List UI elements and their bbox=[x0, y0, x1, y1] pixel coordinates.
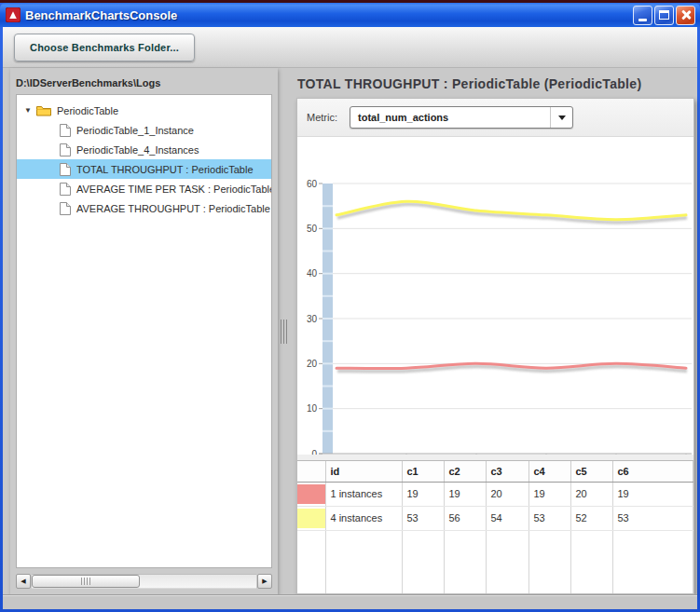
benchmarks-tree: ▼PeriodicTablePeriodicTable_1_InstancePe… bbox=[16, 94, 272, 568]
table-header-row: idc1c2c3c4c5c6 bbox=[297, 461, 693, 482]
scrollbar-thumb[interactable] bbox=[32, 575, 140, 588]
document-icon bbox=[60, 202, 71, 215]
series-color-swatch bbox=[297, 482, 325, 506]
scroll-right-button[interactable]: ▶ bbox=[257, 574, 272, 589]
tree-item-label: PeriodicTable_1_Instance bbox=[76, 125, 194, 136]
metric-row: Metric: total_num_actions bbox=[297, 99, 693, 136]
tree-item-label: PeriodicTable bbox=[57, 105, 118, 116]
series-value-cell: 19 bbox=[444, 482, 486, 506]
table-column-header[interactable] bbox=[297, 461, 325, 482]
series-id-cell: 4 instances bbox=[325, 506, 402, 530]
table-column-header[interactable]: c3 bbox=[486, 461, 528, 482]
series-table-area: idc1c2c3c4c5c61 instances1919201920194 i… bbox=[297, 460, 693, 593]
table-column-header[interactable]: id bbox=[325, 461, 402, 482]
series-value-cell: 54 bbox=[486, 506, 528, 530]
tree-item[interactable]: ▼PeriodicTable bbox=[17, 101, 271, 120]
benchmarks-tree-panel: D:\IDServerBenchmarks\Logs ▼PeriodicTabl… bbox=[10, 68, 278, 594]
maximize-button[interactable] bbox=[654, 6, 674, 25]
table-column-header[interactable]: c5 bbox=[570, 461, 612, 482]
document-icon bbox=[60, 183, 71, 196]
y-axis-label: 40 bbox=[307, 268, 318, 279]
logs-path-label: D:\IDServerBenchmarks\Logs bbox=[10, 68, 278, 94]
scrollbar-grip-icon bbox=[81, 578, 90, 585]
y-axis-label: 10 bbox=[307, 403, 318, 414]
metric-dropdown[interactable]: total_num_actions bbox=[350, 106, 573, 129]
series-value-cell: 53 bbox=[528, 506, 570, 530]
table-column-header[interactable]: c4 bbox=[528, 461, 570, 482]
document-icon bbox=[60, 163, 71, 176]
app-body: Choose Benchmarks Folder... D:\IDServerB… bbox=[3, 27, 697, 609]
panel-splitter[interactable] bbox=[278, 68, 292, 594]
throughput-chart-svg: 0102030405060 bbox=[297, 137, 692, 455]
tree-item-label: AVERAGE THROUGHPUT : PeriodicTable bbox=[76, 203, 270, 214]
tree-item[interactable]: AVERAGE THROUGHPUT : PeriodicTable bbox=[17, 198, 271, 218]
app-window: BenchmarkChartsConsole Choose Benchmarks… bbox=[0, 0, 700, 612]
tree-item[interactable]: AVERAGE TIME PER TASK : PeriodicTable bbox=[17, 179, 271, 198]
tree-item-selected[interactable]: TOTAL THROUGHPUT : PeriodicTable bbox=[17, 159, 271, 179]
series-data-table: idc1c2c3c4c5c61 instances1919201920194 i… bbox=[297, 461, 693, 593]
table-column-header[interactable]: c2 bbox=[444, 461, 486, 482]
chart-title: TOTAL THROUGHPUT : PeriodicTable (Period… bbox=[296, 68, 694, 98]
table-filler-row bbox=[297, 530, 693, 593]
close-button[interactable] bbox=[676, 6, 695, 25]
scrollbar-track[interactable] bbox=[32, 574, 256, 589]
y-axis-label: 20 bbox=[307, 359, 318, 369]
window-title: BenchmarkChartsConsole bbox=[25, 8, 633, 22]
status-strip bbox=[3, 594, 697, 609]
series-value-cell: 52 bbox=[570, 506, 612, 530]
folder-icon bbox=[36, 104, 51, 116]
y-axis-label: 60 bbox=[307, 179, 318, 189]
series-value-cell: 53 bbox=[612, 506, 693, 530]
chart-card: Metric: total_num_actions 0102030405060 … bbox=[296, 98, 694, 594]
tree-item-label: TOTAL THROUGHPUT : PeriodicTable bbox=[76, 164, 254, 175]
tree-item[interactable]: PeriodicTable_1_Instance bbox=[17, 120, 271, 140]
scroll-left-button[interactable]: ◀ bbox=[16, 574, 31, 589]
chevron-down-icon bbox=[558, 116, 566, 120]
splitter-grip-icon bbox=[281, 320, 289, 344]
document-icon bbox=[60, 143, 71, 156]
series-value-cell: 56 bbox=[444, 506, 486, 530]
table-column-header[interactable]: c6 bbox=[612, 461, 693, 482]
series-value-cell: 20 bbox=[486, 482, 528, 506]
series-value-cell: 20 bbox=[570, 482, 612, 506]
expand-arrow-icon[interactable]: ▼ bbox=[24, 106, 36, 115]
y-axis-label: 50 bbox=[307, 224, 318, 234]
series-value-cell: 19 bbox=[402, 482, 444, 506]
series-value-cell: 19 bbox=[528, 482, 570, 506]
table-row[interactable]: 1 instances191920192019 bbox=[297, 482, 693, 506]
choose-benchmarks-folder-button[interactable]: Choose Benchmarks Folder... bbox=[14, 34, 195, 61]
metric-label: Metric: bbox=[307, 112, 337, 123]
minimize-button[interactable] bbox=[633, 6, 652, 25]
series-value-cell: 53 bbox=[402, 506, 444, 530]
document-icon bbox=[60, 124, 71, 137]
tree-item[interactable]: PeriodicTable_4_Instances bbox=[17, 140, 271, 159]
horizontal-scrollbar[interactable]: ◀ ▶ bbox=[16, 574, 272, 589]
series-id-cell: 1 instances bbox=[325, 482, 402, 506]
throughput-line-chart: 0102030405060 bbox=[297, 136, 693, 455]
table-column-header[interactable]: c1 bbox=[402, 461, 444, 482]
metric-dropdown-value: total_num_actions bbox=[350, 112, 550, 123]
series-color-swatch bbox=[297, 506, 325, 530]
y-axis-label: 30 bbox=[307, 314, 318, 324]
chart-panel: TOTAL THROUGHPUT : PeriodicTable (Period… bbox=[292, 68, 697, 594]
toolbar: Choose Benchmarks Folder... bbox=[3, 27, 697, 68]
tree-item-label: AVERAGE TIME PER TASK : PeriodicTable bbox=[76, 184, 272, 195]
y-axis-label: 0 bbox=[311, 449, 317, 456]
dropdown-arrow-button[interactable] bbox=[550, 107, 572, 128]
tree-item-label: PeriodicTable_4_Instances bbox=[76, 144, 199, 156]
series-value-cell: 19 bbox=[612, 482, 693, 506]
titlebar[interactable]: BenchmarkChartsConsole bbox=[0, 3, 700, 27]
main-content: D:\IDServerBenchmarks\Logs ▼PeriodicTabl… bbox=[3, 68, 697, 594]
table-row[interactable]: 4 instances535654535253 bbox=[297, 506, 693, 530]
app-icon bbox=[6, 7, 21, 22]
